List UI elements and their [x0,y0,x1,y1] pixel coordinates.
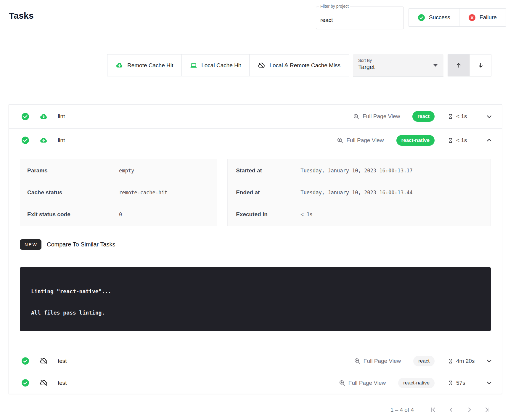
remote-cache-hit-filter-button[interactable]: Remote Cache Hit [107,54,181,76]
chevron-up-icon[interactable] [486,137,493,144]
started-at-value: Tuesday, January 10, 2023 16:00:13.17 [300,168,413,174]
next-page-button[interactable] [466,406,473,413]
success-filter-label: Success [429,14,450,21]
project-badge: react [413,356,435,366]
cache-miss-filter-button[interactable]: Local & Remote Cache Miss [249,54,349,76]
sort-by-select[interactable]: Sort By Target [353,54,443,76]
task-row-test-react-native[interactable]: test Full Page View react-native 57s [9,372,502,394]
tasks-page: Tasks Filter by project Success Failure [0,0,508,420]
task-list: lint Full Page View react < 1s [9,104,502,394]
arrow-up-icon [455,62,462,69]
failure-x-icon [468,14,476,21]
sort-ascending-button[interactable] [448,54,470,76]
terminal-line: All files pass linting. [31,310,485,316]
task-meta-panel: Params empty Cache status remote-cache-h… [20,159,217,226]
executed-in-value: < 1s [300,211,313,217]
zoom-in-icon [353,113,360,120]
full-page-view-label: Full Page View [348,380,386,386]
first-page-button[interactable] [430,406,437,413]
chevron-down-icon[interactable] [486,357,493,365]
compare-to-similar-tasks-link[interactable]: Compare To Similar Tasks [47,241,115,248]
params-row: Params empty [20,160,217,182]
success-status-icon [21,357,29,365]
task-details: Params empty Cache status remote-cache-h… [9,152,502,350]
project-filter-input[interactable] [316,7,403,29]
task-name: test [58,358,67,364]
sort-by-value: Target [358,64,443,70]
task-duration: 4m 20s [448,358,479,364]
full-page-view-link[interactable]: Full Page View [354,358,401,364]
filter-toolbar: Remote Cache Hit Local Cache Hit Local &… [107,54,491,76]
hourglass-icon [448,137,454,143]
started-at-label: Started at [236,167,300,174]
project-badge: react-native [396,135,435,146]
full-page-view-link[interactable]: Full Page View [353,113,400,120]
full-page-view-label: Full Page View [363,113,400,120]
arrow-down-icon [477,62,484,69]
chevron-down-icon[interactable] [486,113,493,120]
full-page-view-link[interactable]: Full Page View [337,137,384,144]
caret-down-icon [433,64,438,67]
cache-miss-label: Local & Remote Cache Miss [269,62,340,69]
ended-at-label: Ended at [236,189,300,196]
last-page-button[interactable] [484,406,491,413]
laptop-icon [190,62,197,69]
cloud-download-icon [116,62,123,69]
local-cache-hit-label: Local Cache Hit [201,62,241,69]
project-filter: Filter by project [316,7,404,29]
hourglass-icon [448,113,454,119]
task-duration: < 1s [448,137,479,144]
success-status-icon [21,379,29,387]
page-title: Tasks [9,11,34,21]
status-filter-group: Success Failure [409,8,506,27]
failure-filter-button[interactable]: Failure [459,9,506,26]
new-badge: NEW [20,239,41,250]
task-name: lint [58,113,65,120]
chevron-down-icon[interactable] [486,379,493,387]
params-label: Params [27,167,119,174]
task-timing-panel: Started at Tuesday, January 10, 2023 16:… [227,159,491,226]
sort-descending-button[interactable] [470,54,491,76]
remote-cache-hit-icon [40,136,48,144]
local-cache-hit-filter-button[interactable]: Local Cache Hit [181,54,249,76]
ended-at-row: Ended at Tuesday, January 10, 2023 16:00… [228,182,491,203]
previous-page-button[interactable] [448,406,455,413]
pagination-range: 1 – 4 of 4 [390,407,414,413]
compare-row: NEW Compare To Similar Tasks [20,239,491,250]
failure-filter-label: Failure [480,14,497,21]
zoom-in-icon [354,358,361,364]
hourglass-icon [448,358,454,364]
pagination: 1 – 4 of 4 [390,406,491,413]
cache-status-label: Cache status [27,189,119,196]
remote-cache-hit-label: Remote Cache Hit [127,62,173,69]
cache-miss-icon [40,379,48,387]
success-status-icon [21,113,29,121]
cloud-slash-icon [258,62,265,69]
project-badge: react-native [398,378,435,388]
task-row-lint-react[interactable]: lint Full Page View react < 1s [9,105,502,128]
sort-by-label: Sort By [358,58,443,63]
project-badge: react [412,111,435,122]
params-value: empty [119,168,134,174]
task-row-test-react[interactable]: test Full Page View react 4m 20s [9,350,502,372]
task-duration: < 1s [448,113,479,120]
started-at-row: Started at Tuesday, January 10, 2023 16:… [228,160,491,182]
sort-order-group [448,54,491,76]
executed-in-row: Executed in < 1s [228,203,491,225]
task-row-lint-react-native[interactable]: lint Full Page View react-native < 1s [9,128,502,152]
ended-at-value: Tuesday, January 10, 2023 16:00:13.44 [300,190,413,195]
full-page-view-link[interactable]: Full Page View [339,379,386,386]
zoom-in-icon [339,379,345,386]
cache-filter-group: Remote Cache Hit Local Cache Hit Local &… [107,54,349,76]
cache-miss-icon [40,357,48,365]
full-page-view-label: Full Page View [364,358,401,364]
cache-status-row: Cache status remote-cache-hit [20,182,217,203]
success-filter-button[interactable]: Success [409,9,459,26]
remote-cache-hit-icon [40,113,48,121]
success-check-icon [418,14,425,21]
task-duration: 57s [448,380,479,386]
terminal-line: Linting "react-native"... [31,288,485,294]
exit-code-value: 0 [119,211,122,217]
project-filter-label: Filter by project [319,4,350,9]
full-page-view-label: Full Page View [346,137,384,144]
